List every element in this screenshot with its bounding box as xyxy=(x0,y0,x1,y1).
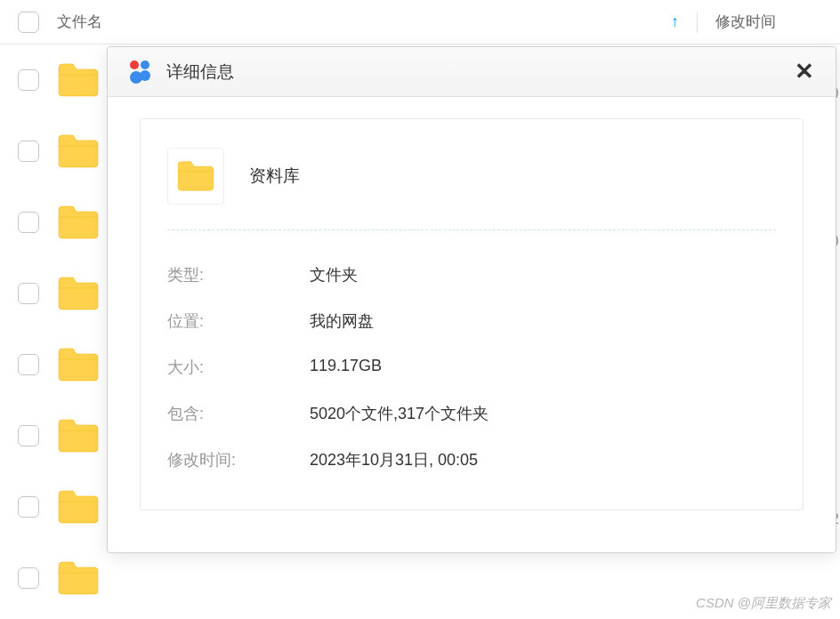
dialog-title: 详细信息 xyxy=(166,60,791,84)
folder-icon xyxy=(57,133,100,169)
row-checkbox[interactable] xyxy=(18,354,39,375)
select-all-checkbox[interactable] xyxy=(18,12,39,33)
sort-arrow-up-icon[interactable]: ↑ xyxy=(671,12,679,31)
prop-label: 位置: xyxy=(167,310,310,332)
watermark: CSDN @阿里数据专家 xyxy=(696,595,831,612)
folder-icon xyxy=(57,347,100,382)
filename-column-header[interactable]: 文件名 xyxy=(57,12,671,32)
dialog-header: 详细信息 ✕ xyxy=(108,47,836,97)
prop-type: 类型: 文件夹 xyxy=(167,252,776,298)
modtime-column-header[interactable]: 修改时间 xyxy=(715,12,822,32)
info-card: 资料库 类型: 文件夹 位置: 我的网盘 大小: 119.17GB 包含: 50… xyxy=(140,118,804,510)
prop-label: 修改时间: xyxy=(167,449,310,470)
prop-value: 文件夹 xyxy=(310,264,358,285)
prop-label: 类型: xyxy=(167,264,310,285)
row-checkbox[interactable] xyxy=(18,567,39,589)
svg-point-0 xyxy=(130,60,139,69)
dialog-body: 资料库 类型: 文件夹 位置: 我的网盘 大小: 119.17GB 包含: 50… xyxy=(108,97,836,532)
details-dialog: 详细信息 ✕ 资料库 类型: 文件夹 位置: 我的网盘 大小: xyxy=(107,46,836,553)
row-checkbox[interactable] xyxy=(18,212,39,233)
prop-size: 大小: 119.17GB xyxy=(167,344,776,390)
row-checkbox[interactable] xyxy=(18,496,39,518)
folder-icon xyxy=(57,62,100,98)
prop-value: 2023年10月31日, 00:05 xyxy=(310,449,478,470)
row-checkbox[interactable] xyxy=(18,69,39,91)
row-checkbox[interactable] xyxy=(18,283,39,304)
prop-label: 大小: xyxy=(167,357,310,378)
folder-icon xyxy=(57,489,100,525)
folder-icon xyxy=(57,205,100,240)
row-checkbox[interactable] xyxy=(18,141,39,162)
folder-icon xyxy=(57,418,100,454)
folder-icon xyxy=(57,276,100,311)
prop-value: 我的网盘 xyxy=(310,310,374,332)
info-folder-row: 资料库 xyxy=(167,137,776,230)
prop-value: 119.17GB xyxy=(310,357,382,378)
svg-point-3 xyxy=(140,70,150,81)
svg-point-1 xyxy=(141,60,149,69)
prop-value: 5020个文件,317个文件夹 xyxy=(310,403,489,424)
folder-icon xyxy=(57,560,100,596)
row-checkbox[interactable] xyxy=(18,425,39,446)
file-list-header: 文件名 ↑ 修改时间 xyxy=(0,0,840,44)
close-icon[interactable]: ✕ xyxy=(791,58,818,85)
baidu-netdisk-logo-icon xyxy=(125,58,154,86)
prop-modtime: 修改时间: 2023年10月31日, 00:05 xyxy=(167,437,776,483)
prop-location: 位置: 我的网盘 xyxy=(167,298,776,344)
info-properties: 类型: 文件夹 位置: 我的网盘 大小: 119.17GB 包含: 5020个文… xyxy=(167,230,776,483)
prop-contains: 包含: 5020个文件,317个文件夹 xyxy=(167,390,776,437)
header-divider xyxy=(697,12,698,33)
prop-label: 包含: xyxy=(167,403,310,424)
folder-thumbnail-icon xyxy=(167,148,224,205)
folder-name: 资料库 xyxy=(249,165,300,188)
